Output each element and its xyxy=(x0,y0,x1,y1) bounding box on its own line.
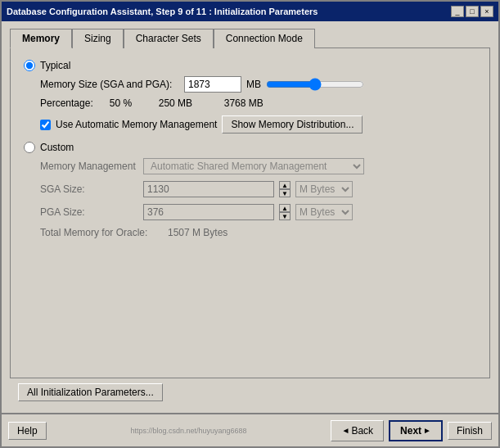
tab-character-sets[interactable]: Character Sets xyxy=(124,29,214,48)
custom-section: Custom Memory Management Automatic Share… xyxy=(24,142,476,238)
pga-size-row: PGA Size: ▲ ▼ M Bytes xyxy=(40,204,476,220)
tab-bar: Memory Sizing Character Sets Connection … xyxy=(10,28,490,48)
percentage-label: Percentage: xyxy=(40,97,93,109)
back-arrow-icon: ◄ xyxy=(341,426,349,435)
next-arrow-icon: ► xyxy=(423,426,431,435)
tab-connection-mode[interactable]: Connection Mode xyxy=(214,29,315,48)
minimize-button[interactable]: _ xyxy=(451,6,464,17)
memory-unit-label: MB xyxy=(246,79,261,90)
memory-size-row: Memory Size (SGA and PGA): MB xyxy=(40,76,476,93)
sga-size-label: SGA Size: xyxy=(40,183,138,195)
auto-memory-checkbox[interactable] xyxy=(40,120,51,130)
memory-slider[interactable] xyxy=(266,78,364,91)
percentage-right: 3768 MB xyxy=(224,97,264,109)
custom-radio[interactable] xyxy=(24,142,35,153)
footer-right: ◄ Back Next ► Finish xyxy=(331,420,492,441)
memory-mgmt-select: Automatic Shared Memory Management xyxy=(143,158,364,174)
pga-spinner: ▲ ▼ xyxy=(279,204,291,220)
next-button[interactable]: Next ► xyxy=(389,420,443,441)
footer-left: Help xyxy=(8,422,47,440)
finish-button[interactable]: Finish xyxy=(448,422,492,440)
watermark: https://blog.csdn.net/huyuyang6688 xyxy=(47,427,331,435)
typical-label: Typical xyxy=(40,60,70,71)
main-window: Database Configuration Assistant, Step 9… xyxy=(0,0,500,448)
sga-size-input xyxy=(143,181,274,197)
show-memory-distribution-button[interactable]: Show Memory Distribution... xyxy=(222,115,363,133)
memory-slider-container xyxy=(266,78,364,91)
sga-spinner: ▲ ▼ xyxy=(279,181,291,197)
next-label: Next xyxy=(400,425,421,437)
memory-mgmt-row: Memory Management Automatic Shared Memor… xyxy=(40,158,476,174)
auto-memory-label: Use Automatic Memory Management xyxy=(56,119,217,130)
total-memory-label: Total Memory for Oracle: xyxy=(40,227,163,238)
bottom-bar: All Initialization Parameters... xyxy=(10,378,490,406)
total-memory-value: 1507 M Bytes xyxy=(168,227,227,238)
back-button[interactable]: ◄ Back xyxy=(331,420,384,441)
percentage-row: Percentage: 50 % 250 MB 3768 MB xyxy=(40,97,476,109)
tab-sizing[interactable]: Sizing xyxy=(72,29,124,48)
maximize-button[interactable]: □ xyxy=(466,6,479,17)
total-memory-row: Total Memory for Oracle: 1507 M Bytes xyxy=(40,227,476,238)
pga-size-label: PGA Size: xyxy=(40,206,138,218)
typical-radio[interactable] xyxy=(24,60,35,71)
sga-up-button: ▲ xyxy=(279,181,291,189)
custom-radio-row: Custom xyxy=(24,142,476,153)
memory-mgmt-label: Memory Management xyxy=(40,161,138,172)
auto-memory-row: Use Automatic Memory Management Show Mem… xyxy=(40,115,476,133)
sga-unit-select: M Bytes xyxy=(295,181,353,197)
window-controls: _ □ × xyxy=(451,6,493,17)
footer-bar: Help https://blog.csdn.net/huyuyang6688 … xyxy=(2,414,498,446)
pga-up-button: ▲ xyxy=(279,204,291,212)
pga-unit-select: M Bytes xyxy=(295,204,353,220)
sga-down-button: ▼ xyxy=(279,189,291,197)
all-init-params-button[interactable]: All Initialization Parameters... xyxy=(18,383,163,401)
window-title: Database Configuration Assistant, Step 9… xyxy=(7,7,318,16)
title-bar: Database Configuration Assistant, Step 9… xyxy=(2,2,498,21)
typical-radio-row: Typical xyxy=(24,60,476,71)
pga-down-button: ▼ xyxy=(279,212,291,220)
percentage-value: 50 % xyxy=(110,97,142,109)
tab-panel-memory: Typical Memory Size (SGA and PGA): MB Pe… xyxy=(10,48,490,378)
custom-label: Custom xyxy=(40,142,74,153)
help-button[interactable]: Help xyxy=(8,422,47,440)
back-label: Back xyxy=(351,425,373,437)
pga-size-input xyxy=(143,204,274,220)
typical-section: Typical Memory Size (SGA and PGA): MB Pe… xyxy=(24,60,476,133)
percentage-mid: 250 MB xyxy=(159,97,208,109)
memory-size-label: Memory Size (SGA and PGA): xyxy=(40,79,179,90)
memory-size-input[interactable] xyxy=(184,76,241,93)
sga-size-row: SGA Size: ▲ ▼ M Bytes xyxy=(40,181,476,197)
close-button[interactable]: × xyxy=(480,6,493,17)
tab-memory[interactable]: Memory xyxy=(10,29,72,48)
content-area: Memory Sizing Character Sets Connection … xyxy=(2,21,498,413)
